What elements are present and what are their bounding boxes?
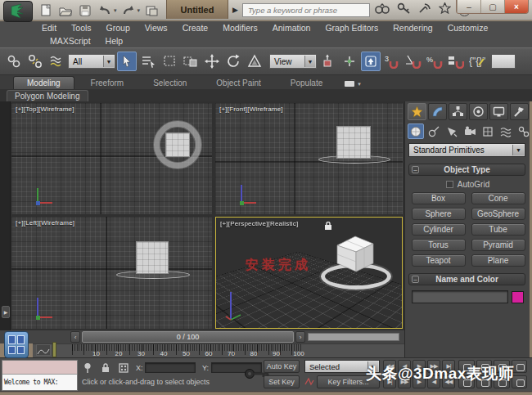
set-key-button[interactable]: Set Key (264, 375, 300, 388)
doc-tab-arrow-icon[interactable]: ▶ (232, 6, 238, 14)
infocenter-search-input[interactable]: Type a keyword or phrase (242, 3, 370, 17)
undo-icon[interactable] (97, 2, 113, 18)
ribbon-tab-populate[interactable]: Populate (277, 77, 336, 89)
previous-frame-button[interactable]: ‹ (70, 331, 80, 343)
select-and-link-icon[interactable] (4, 52, 24, 71)
menu-rendering[interactable]: Rendering (385, 23, 440, 33)
x-coordinate-field[interactable] (145, 362, 196, 373)
search-binoculars-icon[interactable] (375, 2, 390, 17)
keyboard-shortcut-override-toggle[interactable] (361, 52, 381, 71)
viewport-perspective[interactable]: [+][Perspective][Realistic] 安装完成 (215, 217, 403, 329)
objtype-box[interactable]: Box (412, 192, 466, 204)
viewport-left[interactable]: [+][Left][Wireframe] (11, 217, 212, 329)
bind-to-space-warp-icon[interactable] (47, 52, 66, 71)
objtype-plane[interactable]: Plane (471, 254, 525, 267)
geometry-category[interactable] (408, 123, 424, 139)
next-frame-button[interactable]: › (295, 331, 305, 343)
objtype-pyramid[interactable]: Pyramid (471, 239, 525, 251)
ribbon-tab-modeling[interactable]: Modeling (13, 76, 74, 89)
snaps-toggle-3d-icon[interactable]: 3 (382, 52, 402, 71)
absolute-mode-transform-icon[interactable] (117, 361, 129, 374)
objtype-sphere[interactable]: Sphere (412, 208, 466, 220)
box-object-front-view[interactable] (336, 126, 371, 159)
menu-group[interactable]: Group (99, 23, 138, 33)
favorites-star-icon[interactable] (439, 2, 451, 17)
create-tab[interactable] (408, 103, 426, 120)
viewport-top[interactable]: [+][Top][Wireframe] (11, 103, 212, 214)
scene-explorer-expand-button[interactable]: ▶ (2, 306, 10, 318)
menu-animation[interactable]: Animation (265, 23, 318, 33)
viewport-front[interactable]: [+][Front][Wireframe] (215, 103, 403, 214)
use-pivot-point-center-icon[interactable] (318, 52, 338, 71)
viewport-front-label[interactable]: [+][Front][Wireframe] (219, 105, 283, 113)
menu-help[interactable]: Help (98, 36, 131, 46)
ribbon-overflow-control[interactable]: ▾ (344, 80, 361, 89)
menu-create[interactable]: Create (175, 23, 216, 33)
isolate-selection-icon[interactable] (81, 361, 93, 374)
viewport-top-label[interactable]: [+][Top][Wireframe] (16, 105, 74, 113)
select-by-name-icon[interactable] (138, 52, 158, 71)
objtype-geosphere[interactable]: GeoSphere (471, 208, 525, 220)
menu-maxscript[interactable]: MAXScript (43, 36, 98, 46)
auto-key-button[interactable]: Auto Key (264, 360, 300, 373)
ribbon-tab-freeform[interactable]: Freeform (78, 77, 138, 89)
objtype-cylinder[interactable]: Cylinder (412, 223, 466, 236)
maximize-button[interactable]: ▢ (480, 0, 504, 13)
percent-snap-toggle-icon[interactable]: % (425, 52, 444, 71)
polygon-modeling-panel-tab[interactable]: Polygon Modeling (7, 90, 88, 101)
objtype-torus[interactable]: Torus (412, 239, 466, 251)
window-crossing-toggle-icon[interactable] (181, 52, 201, 71)
time-slider-handle[interactable]: 0 / 100 (82, 331, 294, 343)
display-tab[interactable] (489, 103, 508, 120)
object-name-input[interactable] (412, 290, 508, 303)
shapes-category[interactable] (426, 123, 442, 139)
helpers-category[interactable] (480, 123, 496, 139)
autogrid-checkbox[interactable] (446, 181, 453, 188)
viewport-perspective-label[interactable]: [+][Perspective][Realistic] (220, 220, 298, 227)
menu-edit[interactable]: Edit (34, 23, 64, 33)
subscription-key-icon[interactable] (397, 2, 411, 17)
selection-lock-icon[interactable] (99, 361, 111, 374)
objtype-tube[interactable]: Tube (471, 223, 525, 236)
modify-tab[interactable] (428, 103, 447, 120)
teapot-body-top-view[interactable] (165, 132, 190, 157)
track-bar[interactable]: 102030405060708090100 (33, 343, 404, 357)
angle-snap-toggle-icon[interactable] (404, 52, 423, 71)
systems-category[interactable] (516, 123, 532, 139)
new-key-filter-icon[interactable] (304, 377, 314, 387)
rectangular-selection-region-icon[interactable] (160, 52, 179, 71)
select-and-manipulate-icon[interactable] (340, 52, 359, 71)
lights-category[interactable] (444, 123, 460, 139)
save-file-icon[interactable] (77, 2, 93, 18)
selection-filter-dropdown[interactable]: All ▼ (68, 54, 115, 69)
menu-modifiers[interactable]: Modifiers (215, 23, 265, 33)
object-type-rollout[interactable]: – Object Type (408, 164, 525, 176)
select-and-move-icon[interactable] (202, 52, 222, 71)
project-folder-icon[interactable] (143, 2, 160, 18)
redo-icon[interactable] (120, 2, 137, 18)
menu-views[interactable]: Views (138, 23, 175, 33)
edit-named-selection-sets-icon[interactable]: {"{}"} (467, 52, 487, 71)
name-and-color-rollout[interactable]: – Name and Color (408, 273, 525, 285)
document-tab[interactable]: Untitled (166, 0, 228, 19)
motion-tab[interactable] (469, 103, 488, 120)
ribbon-tab-selection[interactable]: Selection (140, 77, 200, 89)
ribbon-tab-object-paint[interactable]: Object Paint (203, 77, 273, 89)
menu-customize[interactable]: Customize (440, 23, 496, 33)
open-mini-curve-editor-button[interactable] (36, 344, 51, 356)
close-button[interactable]: × (504, 0, 528, 13)
objtype-cone[interactable]: Cone (471, 192, 525, 204)
spinner-snap-toggle-icon[interactable] (446, 52, 466, 71)
menu-tools[interactable]: Tools (64, 23, 99, 33)
time-slider-track[interactable] (308, 333, 399, 341)
undo-dropdown-icon[interactable]: ▾ (114, 7, 117, 14)
reference-coordinate-dropdown[interactable]: View ▼ (269, 54, 317, 69)
maxscript-mini-listener[interactable]: Welcome to MAX: (2, 360, 78, 391)
track-bar-frame-marker[interactable] (52, 342, 56, 357)
viewport-left-label[interactable]: [+][Left][Wireframe] (16, 219, 74, 227)
minimize-button[interactable]: – (457, 0, 480, 13)
cameras-category[interactable] (462, 123, 478, 139)
listener-macro-pane[interactable] (2, 361, 77, 375)
unlink-selection-icon[interactable] (25, 52, 45, 71)
space-warps-category[interactable] (498, 123, 514, 139)
